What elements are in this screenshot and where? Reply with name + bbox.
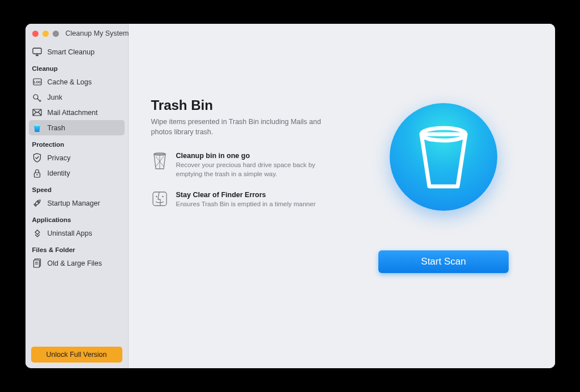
window-controls — [32, 31, 59, 37]
content-action: Start Scan — [355, 97, 532, 346]
feature-title: Cleanup bin in one go — [176, 152, 323, 160]
sidebar-item-label: Privacy — [48, 154, 71, 162]
sidebar-item-label: Uninstall Apps — [48, 229, 92, 237]
app-window: Cleanup My System Smart Cleanup Cleanup — [25, 24, 555, 368]
feature-finder-errors: Stay Clear of Finder Errors Ensures Tras… — [151, 191, 355, 210]
minimize-window-button[interactable] — [42, 31, 49, 37]
svg-rect-16 — [153, 192, 167, 206]
sidebar: Cleanup My System Smart Cleanup Cleanup — [25, 24, 129, 368]
sidebar-item-identity[interactable]: Identity — [29, 165, 125, 181]
monitor-icon — [32, 48, 42, 56]
svg-point-18 — [162, 197, 163, 197]
shield-icon — [32, 153, 42, 163]
sidebar-item-smart-cleanup[interactable]: Smart Cleanup — [29, 44, 125, 59]
sidebar-section-applications: Applications — [29, 211, 125, 225]
feature-text: Cleanup bin in one go Recover your preci… — [176, 152, 323, 178]
start-scan-button[interactable]: Start Scan — [378, 250, 509, 273]
sidebar-item-trash[interactable]: Trash — [29, 120, 125, 135]
feature-title: Stay Clear of Finder Errors — [176, 191, 316, 199]
svg-point-10 — [37, 201, 39, 202]
fullscreen-window-button[interactable] — [53, 31, 59, 37]
sidebar-item-cache-logs[interactable]: LOG Cache & Logs — [29, 74, 125, 90]
app-title: Cleanup My System — [66, 29, 129, 37]
sidebar-item-uninstall-apps[interactable]: Uninstall Apps — [29, 225, 125, 241]
sidebar-section-cleanup: Cleanup — [29, 59, 125, 74]
sidebar-item-label: Smart Cleanup — [48, 48, 95, 56]
sidebar-item-label: Trash — [48, 124, 66, 132]
sidebar-item-label: Junk — [48, 93, 62, 101]
sidebar-footer: Unlock Full Version — [25, 341, 128, 368]
hero-illustration — [390, 103, 497, 211]
bin-outline-icon — [151, 152, 168, 171]
feature-text: Stay Clear of Finder Errors Ensures Tras… — [176, 191, 316, 210]
titlebar: Cleanup My System — [25, 24, 128, 43]
sidebar-item-startup-manager[interactable]: Startup Manager — [29, 195, 125, 211]
sidebar-item-privacy[interactable]: Privacy — [29, 150, 125, 165]
sidebar-section-speed: Speed — [29, 181, 125, 195]
files-icon — [32, 258, 42, 268]
svg-text:LOG: LOG — [34, 80, 41, 84]
mail-icon — [32, 109, 42, 116]
svg-point-5 — [33, 95, 38, 99]
sidebar-section-files-folder: Files & Folder — [29, 241, 125, 255]
sidebar-item-label: Startup Manager — [48, 199, 100, 207]
page-subtitle: Wipe items presented in Trash Bin includ… — [151, 117, 332, 137]
sidebar-item-junk[interactable]: Junk — [29, 90, 125, 105]
sidebar-item-label: Old & Large Files — [48, 259, 103, 267]
sidebar-item-label: Identity — [48, 169, 70, 177]
feature-cleanup-bin: Cleanup bin in one go Recover your preci… — [151, 152, 355, 178]
feature-desc: Recover your precious hard drive space b… — [176, 160, 323, 178]
lock-icon — [32, 169, 42, 178]
main-content: Trash Bin Wipe items presented in Trash … — [129, 24, 555, 368]
page-title: Trash Bin — [151, 97, 355, 113]
log-icon: LOG — [32, 78, 42, 86]
feature-desc: Ensures Trash Bin is emptied in a timely… — [176, 199, 316, 208]
sidebar-item-label: Cache & Logs — [48, 78, 92, 86]
unlock-full-version-button[interactable]: Unlock Full Version — [31, 347, 122, 363]
svg-point-17 — [156, 197, 156, 197]
finder-icon — [151, 191, 168, 210]
svg-point-7 — [34, 124, 40, 126]
sidebar-item-old-large-files[interactable]: Old & Large Files — [29, 255, 125, 271]
sidebar-list: Smart Cleanup Cleanup LOG Cache & Logs — [25, 43, 128, 341]
sidebar-section-protection: Protection — [29, 135, 125, 150]
app-icon — [32, 229, 42, 238]
close-window-button[interactable] — [32, 31, 39, 37]
content-description: Trash Bin Wipe items presented in Trash … — [151, 97, 355, 346]
sidebar-item-label: Mail Attachment — [48, 109, 98, 117]
junk-icon — [32, 93, 42, 102]
svg-rect-0 — [33, 48, 41, 54]
rocket-icon — [32, 198, 42, 208]
trash-cup-icon — [412, 123, 475, 191]
sidebar-item-mail-attachment[interactable]: Mail Attachment — [29, 105, 125, 120]
trash-icon — [32, 123, 42, 133]
